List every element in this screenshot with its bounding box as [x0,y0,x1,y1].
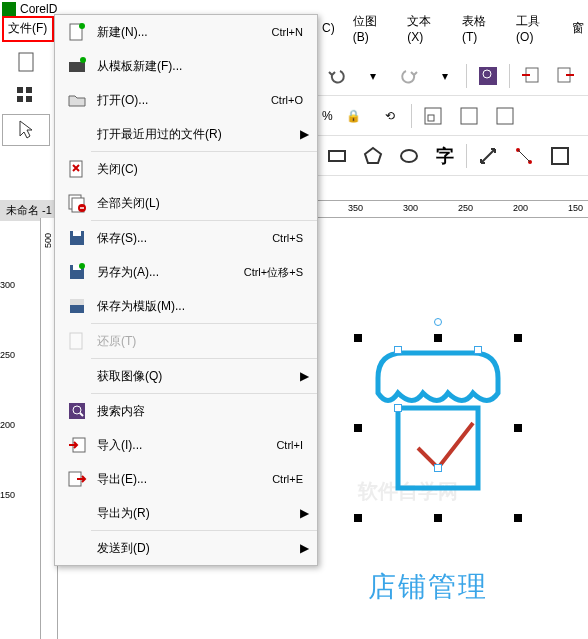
menu-export-shortcut: Ctrl+E [272,473,309,485]
ruler-v-val: 200 [0,420,15,430]
menu-import[interactable]: 导入(I)... Ctrl+I [55,428,317,462]
menubar-right: C) 位图(B) 文本(X) 表格(T) 工具(O) 窗 [318,18,588,38]
ruler-v-val: 300 [0,280,15,290]
menu-send-to[interactable]: 发送到(D) ▶ [55,531,317,565]
menu-acquire-image[interactable]: 获取图像(Q) ▶ [55,359,317,393]
svg-point-6 [79,23,85,29]
menu-open-recent[interactable]: 打开最近用过的文件(R) ▶ [55,117,317,151]
svg-point-8 [80,57,86,63]
menu-save-template-label: 保存为模版(M)... [91,298,309,315]
lock-icon[interactable]: 🔒 [339,101,369,131]
shape-rect-icon[interactable] [322,141,352,171]
menu-import-label: 导入(I)... [91,437,276,454]
redo-button[interactable] [394,61,424,91]
menu-close[interactable]: 关闭(C) [55,152,317,186]
menu-save-as-shortcut: Ctrl+位移+S [244,265,309,280]
menu-export[interactable]: 导出(E)... Ctrl+E [55,462,317,496]
ruler-v-val: 150 [0,490,15,500]
menu-revert[interactable]: 还原(T) [55,324,317,358]
align-tool-2[interactable] [454,101,484,131]
submenu-arrow-icon: ▶ [300,541,309,555]
svg-point-35 [401,150,417,162]
canvas[interactable]: 软件自学网 店铺管理 [318,218,588,639]
svg-rect-33 [329,151,345,161]
template-icon [63,56,91,76]
ruler-tick: 250 [458,203,473,213]
menu-export-label: 导出(E)... [91,471,272,488]
shape-polygon-icon[interactable] [358,141,388,171]
ruler-tick: 300 [403,203,418,213]
menu-export-for[interactable]: 导出为(R) ▶ [55,496,317,530]
redo-dropdown[interactable]: ▾ [430,61,460,91]
menu-tools[interactable]: 工具(O) [512,11,558,46]
new-doc-icon [63,22,91,42]
menu-revert-label: 还原(T) [91,333,309,350]
svg-rect-32 [497,108,513,124]
tool-pick[interactable] [2,114,50,146]
menu-partial-c[interactable]: C) [318,19,339,37]
svg-rect-30 [428,115,434,121]
menu-open[interactable]: 打开(O)... Ctrl+O [55,83,317,117]
text-tool-icon[interactable]: 字 [430,141,460,171]
submenu-arrow-icon: ▶ [300,127,309,141]
svg-rect-14 [73,231,81,236]
save-as-icon [63,262,91,282]
submenu-arrow-icon: ▶ [300,369,309,383]
menu-save-as[interactable]: 另存为(A)... Ctrl+位移+S [55,255,317,289]
menu-save[interactable]: 保存(S)... Ctrl+S [55,221,317,255]
rotate-icon[interactable]: ⟲ [375,101,405,131]
save-icon [63,228,91,248]
menu-window[interactable]: 窗 [568,18,588,39]
export-button[interactable] [552,61,582,91]
close-all-icon [63,193,91,213]
align-tool-3[interactable] [490,101,520,131]
dimension-tool-icon[interactable] [473,141,503,171]
menu-bitmap[interactable]: 位图(B) [349,11,394,46]
menu-new-from-template[interactable]: 从模板新建(F)... [55,49,317,83]
app-title: CorelD [20,2,57,16]
menu-new-shortcut: Ctrl+N [272,26,309,38]
menu-new-template-label: 从模板新建(F)... [91,58,309,75]
menu-search-label: 搜索内容 [91,403,309,420]
shop-icon-artwork[interactable] [358,338,518,521]
align-tool-1[interactable] [418,101,448,131]
menu-search-content[interactable]: 搜索内容 [55,394,317,428]
menu-open-shortcut: Ctrl+O [271,94,309,106]
svg-rect-19 [70,299,84,305]
ruler-tick: 350 [348,203,363,213]
menu-table[interactable]: 表格(T) [458,11,502,46]
search-button[interactable] [473,61,503,91]
revert-icon [63,331,91,351]
svg-marker-34 [365,148,381,163]
undo-dropdown[interactable]: ▾ [358,61,388,91]
menu-open-label: 打开(O)... [91,92,271,109]
search-content-icon [63,401,91,421]
menu-close-all[interactable]: 全部关闭(L) [55,186,317,220]
menu-new-label: 新建(N)... [91,24,272,41]
tool-new[interactable] [2,46,50,78]
menu-acquire-label: 获取图像(Q) [91,368,309,385]
menu-text[interactable]: 文本(X) [403,11,448,46]
shop-label-text[interactable]: 店铺管理 [368,568,488,606]
svg-rect-20 [70,333,82,349]
svg-rect-31 [461,108,477,124]
save-template-icon [63,296,91,316]
menu-file[interactable]: 文件(F) [4,18,51,39]
svg-rect-21 [69,403,85,419]
tool-grid[interactable] [2,80,50,112]
file-dropdown-menu: 新建(N)... Ctrl+N 从模板新建(F)... 打开(O)... Ctr… [54,14,318,566]
close-doc-icon [63,159,91,179]
menu-save-as-label: 另存为(A)... [91,264,244,281]
menu-recent-label: 打开最近用过的文件(R) [91,126,309,143]
connector-tool-icon[interactable] [509,141,539,171]
menu-new[interactable]: 新建(N)... Ctrl+N [55,15,317,49]
menu-save-as-template[interactable]: 保存为模版(M)... [55,289,317,323]
svg-rect-0 [19,53,33,71]
frame-tool-icon[interactable] [545,141,575,171]
shape-ellipse-icon[interactable] [394,141,424,171]
import-button[interactable] [516,61,546,91]
undo-button[interactable] [322,61,352,91]
svg-rect-2 [26,87,32,93]
menu-send-to-label: 发送到(D) [91,540,309,557]
svg-rect-4 [26,96,32,102]
